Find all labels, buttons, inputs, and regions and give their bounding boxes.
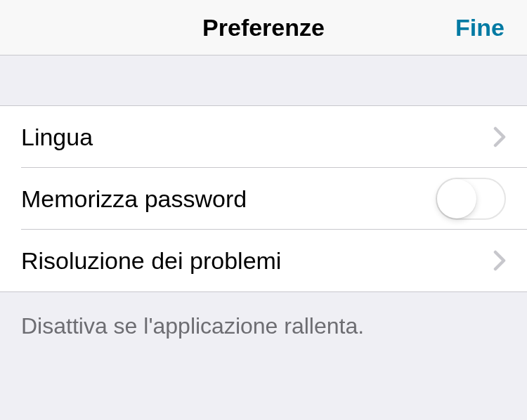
chevron-right-icon bbox=[493, 126, 506, 147]
settings-list: Lingua Memorizza password Risoluzione de… bbox=[0, 105, 527, 292]
language-label: Lingua bbox=[21, 124, 493, 151]
remember-password-row: Memorizza password bbox=[0, 168, 527, 230]
troubleshooting-row[interactable]: Risoluzione dei problemi bbox=[0, 230, 527, 291]
remember-password-toggle[interactable] bbox=[436, 178, 506, 220]
troubleshooting-label: Risoluzione dei problemi bbox=[21, 247, 493, 275]
header: Preferenze Fine bbox=[0, 0, 527, 55]
toggle-knob bbox=[437, 179, 476, 218]
page-title: Preferenze bbox=[202, 14, 325, 41]
chevron-right-icon bbox=[493, 250, 506, 271]
language-row[interactable]: Lingua bbox=[0, 106, 527, 168]
remember-password-label: Memorizza password bbox=[21, 185, 436, 213]
done-button[interactable]: Fine bbox=[455, 14, 505, 41]
top-spacer bbox=[0, 55, 527, 105]
footer-hint: Disattiva se l'applicazione rallenta. bbox=[0, 292, 527, 339]
